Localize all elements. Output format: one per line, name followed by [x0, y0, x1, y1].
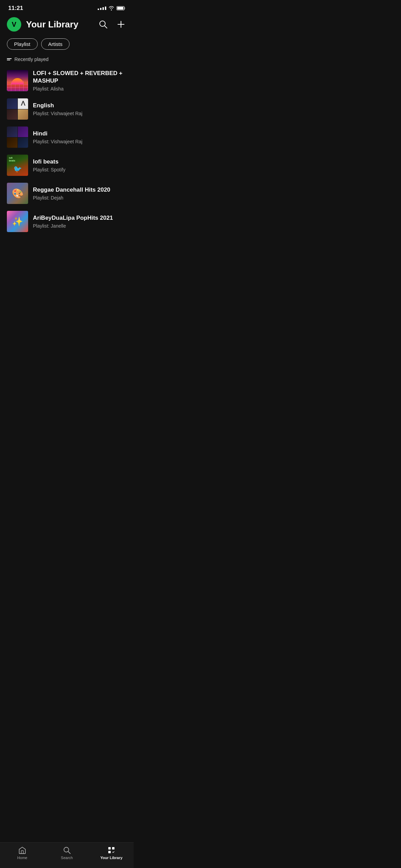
- playlist-sub: Playlist: Spotify: [33, 167, 127, 172]
- filter-pills: Playlist Artists: [0, 37, 134, 55]
- wifi-icon: [108, 6, 114, 11]
- playlist-thumb: [7, 126, 28, 148]
- playlist-sub: Playlist: Dejah: [33, 195, 127, 201]
- svg-rect-2: [117, 7, 123, 10]
- avatar[interactable]: V: [7, 17, 21, 32]
- playlist-info: AriBeyDuaLipa PopHits 2021 Playlist: Jan…: [33, 214, 127, 229]
- battery-icon: [117, 6, 125, 11]
- playlist-sub: Playlist: Janelle: [33, 223, 127, 229]
- playlist-thumb: lofibeats 🐦: [7, 155, 28, 176]
- playlist-sub: Playlist: Alisha: [33, 86, 127, 92]
- svg-rect-1: [124, 7, 125, 9]
- playlist-name: lofi beats: [33, 158, 127, 166]
- playlist-thumb: ✨: [7, 211, 28, 232]
- header-actions: [97, 19, 127, 30]
- playlist-name: English: [33, 102, 127, 109]
- playlist-name: Reggae Dancehall Hits 2020: [33, 186, 127, 194]
- sort-label: Recently played: [14, 57, 49, 62]
- playlist-thumb: 🎨: [7, 183, 28, 204]
- sort-icon[interactable]: [7, 58, 12, 60]
- playlist-info: Hindi Playlist: Vishwajeet Raj: [33, 130, 127, 144]
- list-item[interactable]: 🎨 Reggae Dancehall Hits 2020 Playlist: D…: [0, 179, 134, 207]
- playlist-info: Reggae Dancehall Hits 2020 Playlist: Dej…: [33, 186, 127, 201]
- list-item[interactable]: Hindi Playlist: Vishwajeet Raj: [0, 123, 134, 151]
- playlist-sub: Playlist: Vishwajeet Raj: [33, 139, 127, 144]
- status-time: 11:21: [8, 5, 23, 12]
- list-item[interactable]: Ʌ English Playlist: Vishwajeet Raj: [0, 95, 134, 123]
- page-title: Your Library: [26, 19, 97, 30]
- playlist-info: LOFI + SLOWED + REVERBED + MASHUP Playli…: [33, 70, 127, 92]
- playlist-name: Hindi: [33, 130, 127, 137]
- sort-row: Recently played: [0, 55, 134, 66]
- playlist-name: AriBeyDuaLipa PopHits 2021: [33, 214, 127, 222]
- status-bar: 11:21: [0, 0, 134, 14]
- status-icons: [98, 6, 125, 11]
- playlist-list: LOFI + SLOWED + REVERBED + MASHUP Playli…: [0, 66, 134, 270]
- header: V Your Library: [0, 14, 134, 37]
- playlist-thumb: [7, 70, 28, 91]
- svg-line-4: [105, 26, 107, 28]
- playlist-thumb: Ʌ: [7, 98, 28, 120]
- list-item[interactable]: LOFI + SLOWED + REVERBED + MASHUP Playli…: [0, 66, 134, 95]
- signal-icon: [98, 7, 106, 10]
- playlist-info: lofi beats Playlist: Spotify: [33, 158, 127, 172]
- playlist-name: LOFI + SLOWED + REVERBED + MASHUP: [33, 70, 127, 85]
- filter-playlist[interactable]: Playlist: [7, 38, 38, 50]
- filter-artists[interactable]: Artists: [41, 38, 70, 50]
- list-item[interactable]: ✨ AriBeyDuaLipa PopHits 2021 Playlist: J…: [0, 207, 134, 236]
- add-button[interactable]: [115, 19, 127, 30]
- list-item[interactable]: lofibeats 🐦 lofi beats Playlist: Spotify: [0, 151, 134, 179]
- playlist-info: English Playlist: Vishwajeet Raj: [33, 102, 127, 116]
- playlist-sub: Playlist: Vishwajeet Raj: [33, 111, 127, 116]
- search-button[interactable]: [97, 19, 109, 30]
